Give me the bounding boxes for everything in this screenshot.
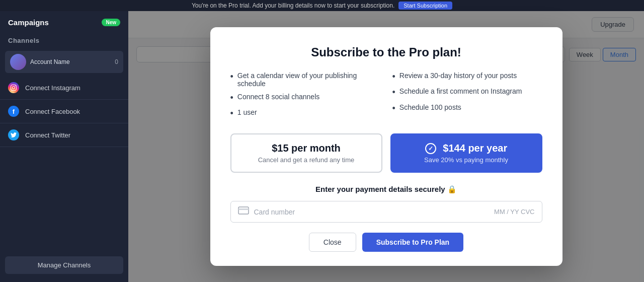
- modal-title: Subscribe to the Pro plan!: [230, 45, 542, 59]
- close-button[interactable]: Close: [309, 233, 356, 252]
- manage-channels-button[interactable]: Manage Channels: [5, 256, 123, 274]
- campaigns-new-badge: New: [102, 19, 120, 26]
- monthly-price-label: $15 per month: [242, 143, 371, 154]
- channel-account-item[interactable]: Account Name 0: [5, 51, 123, 73]
- connect-facebook-item[interactable]: f Connect Facebook: [0, 100, 128, 123]
- feature-item: • 1 user: [230, 108, 380, 119]
- monthly-price-sub: Cancel and get a refund any time: [242, 156, 371, 164]
- yearly-price-label: ✓ $144 per year: [401, 143, 531, 155]
- top-bar-message: You're on the Pro trial. Add your billin…: [192, 2, 394, 9]
- facebook-icon: f: [8, 106, 19, 117]
- features-right: • Review a 30-day history of your posts …: [392, 72, 542, 119]
- start-subscription-button[interactable]: Start Subscription: [398, 2, 452, 10]
- main-layout: Campaigns New Channels Account Name 0 Co…: [0, 11, 644, 282]
- connect-twitter-label: Connect Twitter: [25, 131, 70, 139]
- monthly-price-option[interactable]: $15 per month Cancel and get a refund an…: [230, 133, 382, 173]
- svg-rect-3: [238, 208, 249, 210]
- campaigns-section: Campaigns New: [0, 11, 128, 31]
- features-left: • Get a calendar view of your publishing…: [230, 72, 380, 119]
- connect-twitter-item[interactable]: Connect Twitter: [0, 123, 128, 147]
- feature-item: • Get a calendar view of your publishing…: [230, 72, 380, 88]
- features-grid: • Get a calendar view of your publishing…: [230, 72, 542, 119]
- content-area: Upgrade Week Month Subscribe to the Pro …: [128, 11, 644, 282]
- modal-actions: Close Subscribe to Pro Plan: [230, 233, 542, 252]
- instagram-icon: [8, 82, 19, 93]
- avatar: [10, 54, 26, 70]
- avatar-image: [10, 54, 26, 70]
- payment-title: Enter your payment details securely 🔒: [230, 185, 542, 194]
- connect-instagram-label: Connect Instagram: [25, 84, 80, 92]
- card-number-input[interactable]: [254, 208, 490, 216]
- subscribe-button[interactable]: Subscribe to Pro Plan: [362, 233, 463, 252]
- campaigns-label: Campaigns: [8, 18, 49, 27]
- yearly-price-sub: Save 20% vs paying monthly: [401, 156, 531, 164]
- subscribe-modal: Subscribe to the Pro plan! • Get a calen…: [210, 27, 562, 266]
- card-icon: [238, 206, 249, 217]
- card-input-row: MM / YY CVC: [230, 201, 542, 223]
- yearly-price-option[interactable]: ✓ $144 per year Save 20% vs paying month…: [390, 133, 542, 173]
- svg-rect-2: [238, 207, 249, 214]
- top-bar: You're on the Pro trial. Add your billin…: [0, 0, 644, 11]
- channel-name: Account Name: [30, 58, 111, 65]
- connect-facebook-label: Connect Facebook: [25, 108, 80, 115]
- twitter-icon: [8, 129, 19, 140]
- connect-instagram-item[interactable]: Connect Instagram: [0, 76, 128, 100]
- check-icon: ✓: [425, 143, 436, 154]
- pricing-options: $15 per month Cancel and get a refund an…: [230, 133, 542, 173]
- feature-item: • Review a 30-day history of your posts: [392, 72, 542, 83]
- sidebar: Campaigns New Channels Account Name 0 Co…: [0, 11, 128, 282]
- channels-label: Channels: [8, 37, 40, 44]
- feature-item: • Connect 8 social channels: [230, 93, 380, 104]
- channels-header: Channels: [0, 31, 128, 48]
- channel-count: 0: [115, 58, 118, 65]
- feature-item: • Schedule a first comment on Instagram: [392, 87, 542, 98]
- card-extra-fields: MM / YY CVC: [494, 208, 534, 216]
- modal-overlay: Subscribe to the Pro plan! • Get a calen…: [128, 11, 644, 282]
- feature-item: • Schedule 100 posts: [392, 103, 542, 114]
